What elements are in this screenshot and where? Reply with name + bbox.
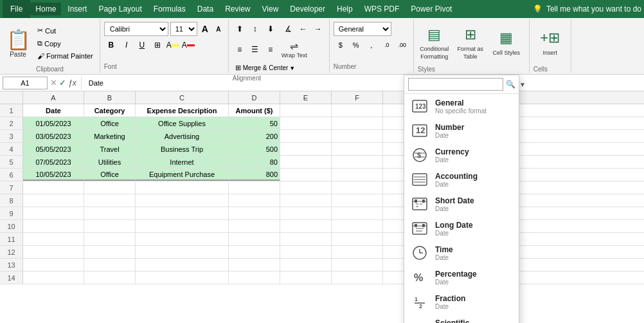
number-format-select[interactable]: General (334, 22, 391, 36)
indent-increase-button[interactable]: → (311, 22, 325, 36)
cell-b3[interactable]: Marketing (84, 130, 136, 142)
cell-b5[interactable]: Utilities (84, 156, 136, 168)
insert-cells-button[interactable]: +⊞ Insert (533, 22, 567, 64)
confirm-formula-icon[interactable]: ✓ (59, 78, 66, 88)
cell-a6[interactable]: 10/05/2023 (23, 169, 84, 181)
cell-f5[interactable] (332, 156, 383, 168)
align-bottom-button[interactable]: ⬇ (264, 22, 278, 36)
col-header-e[interactable]: E (280, 91, 332, 104)
accounting-format-button[interactable]: $ (334, 38, 348, 52)
menu-item-review[interactable]: Review (220, 3, 255, 15)
cell-a2[interactable]: 01/05/2023 (23, 117, 84, 129)
font-color-button[interactable]: A (181, 38, 195, 52)
format-option-long-date[interactable]: Long Date Date (404, 216, 519, 241)
cell-e3[interactable] (280, 130, 332, 142)
function-icon[interactable]: ƒx (68, 78, 76, 88)
dropdown-arrow-icon[interactable]: ▼ (519, 81, 526, 88)
cell-styles-button[interactable]: ▦ Cell Styles (490, 22, 523, 64)
decrease-font-size-button[interactable]: A (213, 23, 224, 35)
menu-item-data[interactable]: Data (192, 3, 219, 15)
conditional-formatting-button[interactable]: ▤ Conditional Formatting (418, 22, 451, 64)
cell-e2[interactable] (280, 117, 332, 129)
format-option-fraction[interactable]: 1 2 Fraction Date (404, 290, 519, 314)
cell-b1[interactable]: Category (84, 104, 136, 116)
menu-item-power-pivot[interactable]: Power Pivot (406, 3, 457, 15)
cell-b4[interactable]: Travel (84, 143, 136, 155)
font-name-select[interactable]: Calibri (104, 22, 168, 36)
cell-c5[interactable]: Internet (136, 156, 229, 168)
format-option-general[interactable]: 123 General No specific format (404, 94, 519, 118)
cell-a4[interactable]: 05/05/2023 (23, 143, 84, 155)
menu-item-view[interactable]: View (257, 3, 284, 15)
formula-input[interactable] (86, 77, 641, 89)
format-option-time[interactable]: Time Date (404, 241, 519, 265)
align-center-button[interactable]: ☰ (248, 42, 262, 57)
col-header-c[interactable]: C (136, 91, 229, 104)
indent-decrease-button[interactable]: ← (296, 22, 310, 36)
menu-item-insert[interactable]: Insert (62, 3, 92, 15)
cell-d3[interactable]: 200 (229, 130, 280, 142)
increase-font-size-button[interactable]: A (199, 23, 211, 35)
align-right-button[interactable]: ≡ (264, 42, 278, 57)
col-header-f[interactable]: F (332, 91, 383, 104)
cell-empty[interactable] (23, 181, 84, 194)
text-angle-button[interactable]: ∡ (282, 22, 296, 36)
cell-c6[interactable]: Equipment Purchase (136, 169, 229, 181)
cell-c2[interactable]: Office Supplies (136, 117, 229, 129)
menu-item-page-layout[interactable]: Page Layout (93, 3, 147, 15)
cell-d4[interactable]: 500 (229, 143, 280, 155)
menu-item-formulas[interactable]: Formulas (148, 3, 191, 15)
cancel-formula-icon[interactable]: ✕ (50, 78, 57, 88)
merge-center-button[interactable]: ⊞ Merge & Center ▼ (233, 62, 325, 73)
decrease-decimal-button[interactable]: .0 (380, 38, 394, 52)
menu-item-home[interactable]: Home (30, 3, 61, 15)
align-left-button[interactable]: ≡ (233, 42, 247, 57)
dropdown-search-input[interactable] (408, 78, 503, 91)
cell-a1[interactable]: Date (23, 104, 84, 116)
format-option-percentage[interactable]: % Percentage Date (404, 265, 519, 290)
cell-c1[interactable]: Expense Description (136, 104, 229, 116)
format-painter-button[interactable]: 🖌 Format Painter (35, 51, 96, 61)
fill-color-button[interactable]: A (166, 38, 180, 52)
cell-reference-input[interactable] (3, 77, 48, 89)
cell-f1[interactable] (332, 104, 383, 116)
border-button[interactable]: ⊞ (150, 38, 165, 52)
format-option-currency[interactable]: $ Currency Date (404, 143, 519, 167)
format-option-short-date[interactable]: Short Date Date (404, 192, 519, 216)
bold-button[interactable]: B (104, 38, 118, 52)
col-header-b[interactable]: B (84, 91, 136, 104)
cell-c3[interactable]: Advertising (136, 130, 229, 142)
col-header-d[interactable]: D (229, 91, 280, 104)
cell-f6[interactable] (332, 169, 383, 181)
cell-d2[interactable]: 50 (229, 117, 280, 129)
col-header-a[interactable]: A (23, 91, 84, 104)
cell-c4[interactable]: Business Trip (136, 143, 229, 155)
cell-f3[interactable] (332, 130, 383, 142)
format-as-table-button[interactable]: ⊞ Format as Table (454, 22, 487, 64)
format-option-scientific[interactable]: 10 2 Scientific Date (404, 314, 519, 323)
cell-d6[interactable]: 800 (229, 169, 280, 181)
align-top-button[interactable]: ⬆ (233, 22, 247, 36)
align-middle-button[interactable]: ↕ (248, 22, 262, 36)
underline-button[interactable]: U (135, 38, 149, 52)
tell-me-input[interactable]: Tell me what you want to do (546, 5, 641, 14)
cell-e6[interactable] (280, 169, 332, 181)
cell-e1[interactable] (280, 104, 332, 116)
cell-f4[interactable] (332, 143, 383, 155)
format-option-accounting[interactable]: Accounting Date (404, 167, 519, 192)
copy-button[interactable]: ⧉ Copy (35, 38, 96, 49)
cell-a3[interactable]: 03/05/2023 (23, 130, 84, 142)
menu-item-wps-pdf[interactable]: WPS PDF (359, 3, 405, 15)
cell-b6[interactable]: Office (84, 169, 136, 181)
paste-button[interactable]: 📋 Paste (4, 22, 32, 64)
cut-button[interactable]: ✂ Cut (35, 25, 96, 36)
wrap-text-button[interactable]: ⇌ Wrap Text (279, 39, 310, 60)
menu-item-help[interactable]: Help (332, 3, 358, 15)
cell-d5[interactable]: 80 (229, 156, 280, 168)
percent-format-button[interactable]: % (349, 38, 363, 52)
comma-format-button[interactable]: , (364, 38, 379, 52)
font-size-select[interactable]: 11 (170, 22, 197, 36)
cell-d1[interactable]: Amount ($) (229, 104, 280, 116)
italic-button[interactable]: I (120, 38, 134, 52)
cell-f2[interactable] (332, 117, 383, 129)
